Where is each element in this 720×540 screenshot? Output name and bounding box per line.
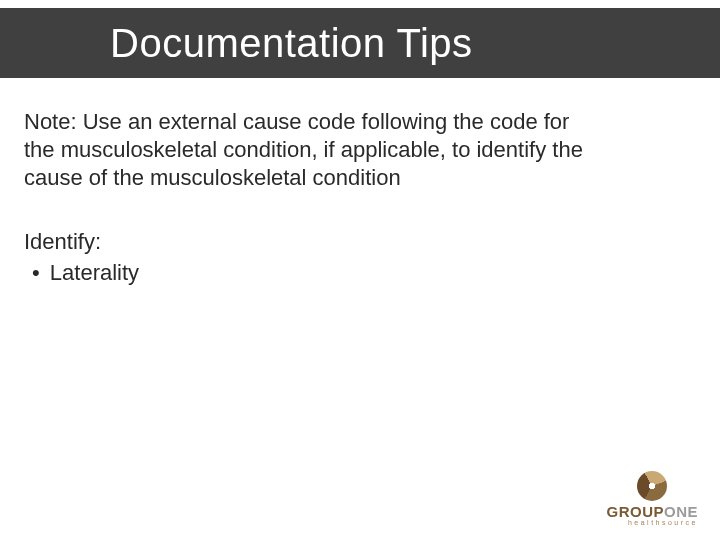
content-area: Note: Use an external cause code followi… — [24, 108, 590, 287]
note-text: Note: Use an external cause code followi… — [24, 108, 590, 192]
logo-word1: GROUP — [606, 503, 664, 520]
slide-title: Documentation Tips — [110, 21, 473, 66]
list-item: Laterality — [32, 259, 590, 287]
logo: GROUPONE healthsource — [606, 471, 698, 526]
identify-label: Identify: — [24, 228, 590, 256]
bullet-list: Laterality — [24, 259, 590, 287]
logo-swirl-icon — [637, 471, 667, 501]
title-bar: Documentation Tips — [0, 8, 720, 78]
logo-text: GROUPONE — [606, 503, 698, 520]
logo-word2: ONE — [664, 503, 698, 520]
logo-subtext: healthsource — [606, 519, 698, 526]
